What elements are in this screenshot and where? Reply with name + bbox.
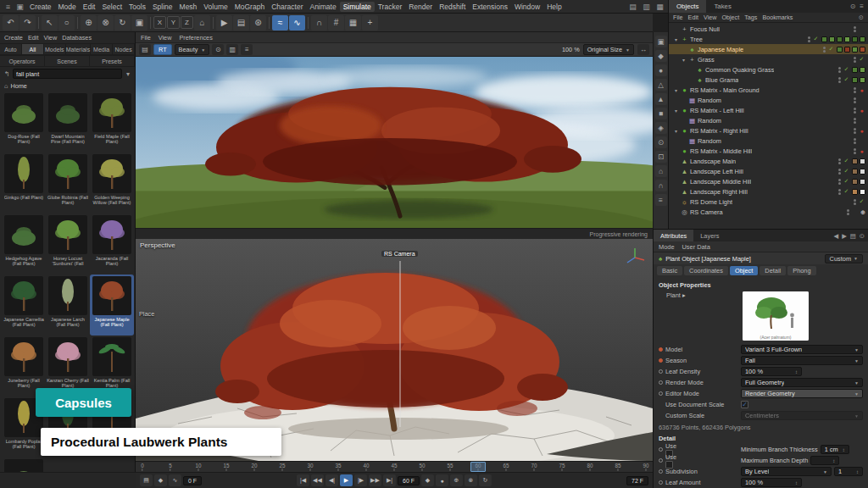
redshift-tag-icon[interactable]: ● xyxy=(858,108,865,114)
keyframe-dot[interactable] xyxy=(659,469,663,474)
object-row[interactable]: ◎RS Camera⊕ xyxy=(669,207,868,217)
om-search-icon[interactable]: ⊙ xyxy=(859,14,864,21)
asset-tab-materials[interactable]: Materials xyxy=(66,44,91,54)
attributes-mode[interactable]: Mode xyxy=(659,243,675,251)
asset-tab-auto[interactable]: Auto xyxy=(0,44,22,54)
material-tag-chip[interactable] xyxy=(852,67,858,73)
menu-render[interactable]: Render xyxy=(405,2,436,12)
redshift-tag-icon[interactable]: ● xyxy=(858,128,865,134)
asset-tab-all[interactable]: All xyxy=(22,44,44,54)
om-menu-icon[interactable]: ≡ xyxy=(860,3,864,10)
timeline-mode-icon[interactable]: ▤ xyxy=(140,474,153,486)
lock-x-icon[interactable]: X xyxy=(153,16,166,29)
plant-asset-cell[interactable]: Golden Weeping Willow (Fall Plant) xyxy=(90,152,134,214)
scale-icon[interactable]: ⊗ xyxy=(97,15,114,30)
object-row[interactable]: ▲Landscape Main✓ xyxy=(669,156,868,166)
attribute-tab-detail[interactable]: Detail xyxy=(760,266,786,275)
object-row[interactable]: ▦Random xyxy=(669,115,868,125)
magnet-icon[interactable]: ∩ xyxy=(311,15,327,30)
om-search-icon[interactable]: ⊙ xyxy=(850,3,856,10)
filter-icon[interactable]: ▾ xyxy=(124,70,132,78)
dropdown-field[interactable]: Render Geometry▼ xyxy=(741,389,863,398)
asset-tab-media[interactable]: Media xyxy=(91,44,113,54)
object-row[interactable]: ▾+Grass✓ xyxy=(669,54,868,64)
om-menu-bookmarks[interactable]: Bookmarks xyxy=(762,14,793,21)
visibility-dots[interactable] xyxy=(838,77,841,83)
om-menu-edit[interactable]: Edit xyxy=(688,14,698,21)
object-row[interactable]: ▾●RS Matrix - Left Hill● xyxy=(669,105,868,115)
convert-icon[interactable]: ▣ xyxy=(655,36,667,47)
plant-asset-cell[interactable]: Japanese Maple (Fall Plant) xyxy=(90,274,134,336)
menu-mode[interactable]: Mode xyxy=(55,2,80,12)
snapshot-icon[interactable]: ⊙ xyxy=(212,44,224,55)
render-view-icon[interactable]: ▶ xyxy=(216,15,232,30)
enabled-check-icon[interactable]: ✓ xyxy=(843,76,850,83)
last-tool-icon[interactable]: ▣ xyxy=(131,15,147,30)
render-picture-viewer-icon[interactable]: ▤ xyxy=(233,15,249,30)
expand-arrow-icon[interactable]: ▾ xyxy=(673,128,679,134)
keyframe-dot[interactable] xyxy=(659,480,663,485)
dropdown-field[interactable]: Full Geometry▼ xyxy=(741,378,863,387)
enabled-check-icon[interactable]: ✓ xyxy=(843,178,850,185)
render-settings-icon[interactable]: ⊛ xyxy=(250,15,266,30)
om-tab-takes[interactable]: Takes xyxy=(706,0,738,13)
history-list-icon[interactable]: ▤ xyxy=(850,232,856,240)
fit-view-icon[interactable]: ↔ xyxy=(637,44,649,55)
enable-axis-icon[interactable]: ⊙ xyxy=(655,136,667,148)
object-row[interactable]: ▲Landscape Middle Hill✓ xyxy=(669,176,868,186)
object-row[interactable]: ▲Landscape Right Hill✓ xyxy=(669,186,868,197)
asset-menu-databases[interactable]: Databases xyxy=(62,34,92,42)
number-field[interactable]: 100 %↕ xyxy=(741,478,802,487)
snap-toggle-icon[interactable]: ⌂ xyxy=(655,165,667,177)
lock-icon[interactable]: ⊙ xyxy=(860,232,865,240)
material-tag-chip[interactable] xyxy=(860,47,865,53)
render-menu-icon[interactable]: ▤ xyxy=(139,44,151,55)
plant-asset-cell[interactable]: Jacaranda (Fall Plant) xyxy=(90,214,134,274)
plant-asset-cell[interactable]: Honey Locust 'Sunburst' (Fall Plant) xyxy=(46,214,90,274)
layout-standard-icon[interactable]: ▤ xyxy=(627,3,638,11)
camera-target-icon[interactable]: ⊕ xyxy=(860,209,865,215)
attributes-tab-attributes[interactable]: Attributes xyxy=(654,230,693,241)
renderview-menu-preferences[interactable]: Preferences xyxy=(179,34,212,42)
enabled-check-icon[interactable]: ✓ xyxy=(858,198,865,205)
object-row[interactable]: ♠Common Quaking Grass✓ xyxy=(669,64,868,75)
main-menu-icon[interactable]: ≡ xyxy=(3,3,14,11)
asset-tab-models[interactable]: Models xyxy=(44,44,66,54)
material-tag-chip[interactable] xyxy=(844,36,850,42)
asset-tab-presets[interactable]: Presets xyxy=(90,56,135,66)
material-tag-chip[interactable] xyxy=(860,36,865,42)
number-field[interactable]: 1 cm↕ xyxy=(821,445,849,454)
rt-toggle-button[interactable]: RT xyxy=(153,44,172,55)
material-tag-chip[interactable] xyxy=(860,169,865,175)
expand-arrow-icon[interactable]: ▾ xyxy=(673,36,679,42)
visibility-dots[interactable] xyxy=(847,209,849,215)
expand-arrow-icon[interactable]: ▾ xyxy=(681,57,687,63)
search-input[interactable] xyxy=(13,69,122,79)
material-tag-chip[interactable] xyxy=(852,179,858,185)
material-tag-chip[interactable] xyxy=(860,189,865,195)
menu-character[interactable]: Character xyxy=(268,2,306,12)
enabled-check-icon[interactable]: ✓ xyxy=(843,66,850,73)
asset-tab-nodes[interactable]: Nodes xyxy=(113,44,135,54)
material-tag-chip[interactable] xyxy=(860,179,865,185)
prev-key-button[interactable]: ◀◀ xyxy=(311,474,324,486)
attribute-tab-object[interactable]: Object xyxy=(730,266,758,275)
goto-end-button[interactable]: ▶| xyxy=(383,474,396,486)
visibility-dots[interactable] xyxy=(854,138,856,144)
visibility-dots[interactable] xyxy=(854,108,856,114)
expand-arrow-icon[interactable]: ▾ xyxy=(673,108,679,114)
menu-redshift[interactable]: Redshift xyxy=(436,2,469,12)
zoom-level[interactable]: 100 % xyxy=(562,46,580,53)
visibility-dots[interactable] xyxy=(854,87,856,93)
plant-preview-thumbnail[interactable]: (Acer palmatum) xyxy=(743,291,809,341)
asset-menu-view[interactable]: View xyxy=(43,34,57,42)
plant-asset-cell[interactable]: Japanese Larch (Fall Plant) xyxy=(46,274,90,336)
material-tag-chip[interactable] xyxy=(852,47,858,53)
plant-asset-cell[interactable]: Field Maple (Fall Plant) xyxy=(90,92,134,152)
expand-arrow-icon[interactable]: ▾ xyxy=(673,87,679,93)
current-frame-field[interactable]: 60 F xyxy=(398,476,420,485)
enabled-check-icon[interactable]: ✓ xyxy=(843,158,850,164)
selection-circle-icon[interactable]: ○ xyxy=(58,15,75,30)
keyframe-dot[interactable] xyxy=(659,369,663,374)
autokey-button[interactable]: ● xyxy=(436,474,448,486)
